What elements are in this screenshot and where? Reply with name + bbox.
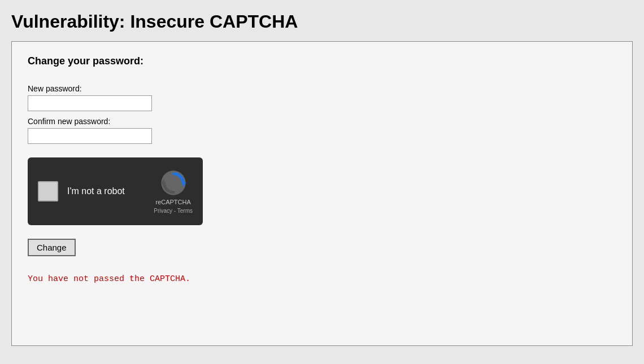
form-container: Change your password: New password: Conf… xyxy=(11,41,633,346)
confirm-password-label: Confirm new password: xyxy=(28,117,616,126)
recaptcha-logo-icon xyxy=(159,169,188,197)
new-password-input[interactable] xyxy=(28,95,152,111)
recaptcha-links[interactable]: Privacy - Terms xyxy=(154,208,193,214)
captcha-label: I'm not a robot xyxy=(67,186,125,196)
recaptcha-brand-text: reCAPTCHA xyxy=(155,198,190,207)
form-heading: Change your password: xyxy=(28,55,616,67)
new-password-group: New password: xyxy=(28,84,616,111)
captcha-left: I'm not a robot xyxy=(38,181,125,201)
captcha-checkbox[interactable] xyxy=(38,181,58,201)
change-button[interactable]: Change xyxy=(28,239,76,256)
error-message: You have not passed the CAPTCHA. xyxy=(28,274,616,284)
captcha-widget: I'm not a robot reCAPTCHA Privacy - Term… xyxy=(28,157,203,225)
captcha-right: reCAPTCHA Privacy - Terms xyxy=(154,169,193,214)
new-password-label: New password: xyxy=(28,84,616,93)
confirm-password-input[interactable] xyxy=(28,128,152,144)
page-title: Vulnerability: Insecure CAPTCHA xyxy=(11,11,633,32)
confirm-password-group: Confirm new password: xyxy=(28,117,616,144)
